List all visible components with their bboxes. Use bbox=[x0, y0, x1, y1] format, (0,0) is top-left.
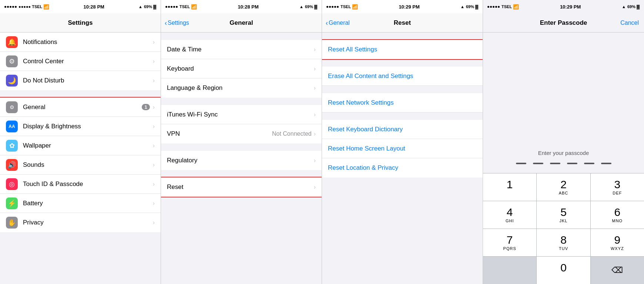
settings-item-privacy[interactable]: ✋ Privacy › bbox=[0, 213, 161, 232]
key-9[interactable]: 9 WXYZ bbox=[591, 229, 644, 256]
dnd-icon: 🌙 bbox=[6, 75, 18, 87]
general-group-2: iTunes Wi-Fi Sync › VPN Not Connected › bbox=[161, 105, 322, 143]
general-group-3: Regulatory › bbox=[161, 151, 322, 170]
reset-keyboard[interactable]: Reset Keyboard Dictionary bbox=[322, 120, 483, 139]
signal-1 bbox=[4, 6, 17, 8]
chevron-control-center: › bbox=[153, 58, 155, 65]
general-item-reset[interactable]: Reset › bbox=[161, 178, 322, 197]
reset-homescreen[interactable]: Reset Home Screen Layout bbox=[322, 139, 483, 158]
key-2-number: 2 bbox=[560, 179, 567, 190]
general-item-itunes[interactable]: iTunes Wi-Fi Sync › bbox=[161, 105, 322, 124]
reset-network[interactable]: Reset Network Settings bbox=[322, 93, 483, 112]
chevron-sounds: › bbox=[153, 162, 155, 168]
general-item-regulatory[interactable]: Regulatory › bbox=[161, 151, 322, 170]
erase-all-label: Erase All Content and Settings bbox=[328, 72, 477, 80]
display-icon: AA bbox=[6, 121, 18, 132]
key-5[interactable]: 5 JKL bbox=[537, 201, 590, 229]
reset-gap-2 bbox=[322, 86, 483, 93]
key-7[interactable]: 7 PQRS bbox=[483, 229, 537, 256]
reset-location[interactable]: Reset Location & Privacy bbox=[322, 158, 483, 178]
key-0[interactable]: 0 bbox=[537, 257, 590, 284]
time-4: 10:29 PM bbox=[560, 4, 581, 10]
datetime-label: Date & Time bbox=[167, 46, 314, 53]
settings-item-touchid[interactable]: ◎ Touch ID & Passcode › bbox=[0, 175, 161, 194]
settings-item-dnd[interactable]: 🌙 Do Not Disturb › bbox=[0, 71, 161, 90]
location-icon-2: ▲ bbox=[299, 4, 303, 9]
battery-pct-2: 69% ▓ bbox=[305, 4, 317, 9]
reset-label: Reset bbox=[167, 183, 314, 191]
key-7-number: 7 bbox=[507, 234, 513, 246]
settings-item-display[interactable]: AA Display & Brightness › bbox=[0, 117, 161, 136]
general-top-gap bbox=[161, 33, 322, 40]
status-right-2: ▲ 69% ▓ bbox=[299, 4, 317, 9]
key-delete[interactable]: ⌫ bbox=[591, 257, 644, 284]
settings-item-general[interactable]: ⚙ General 1 › bbox=[0, 98, 161, 117]
general-item-vpn[interactable]: VPN Not Connected › bbox=[161, 124, 322, 143]
key-3[interactable]: 3 DEF bbox=[591, 173, 644, 201]
settings-item-battery[interactable]: ⚡ Battery › bbox=[0, 194, 161, 213]
key-8[interactable]: 8 TUV bbox=[537, 229, 590, 256]
carrier-4: TSEL bbox=[502, 4, 512, 9]
notifications-icon: 🔔 bbox=[6, 36, 18, 48]
settings-item-control-center[interactable]: ⚙ Control Center › bbox=[0, 52, 161, 71]
back-chevron-general: ‹ bbox=[165, 20, 167, 26]
general-item-keyboard[interactable]: Keyboard › bbox=[161, 59, 322, 78]
reset-all-settings[interactable]: Reset All Settings bbox=[322, 40, 483, 59]
carrier-3: TSEL bbox=[341, 4, 351, 9]
key-4[interactable]: 4 GHI bbox=[483, 201, 537, 229]
settings-item-notifications[interactable]: 🔔 Notifications › bbox=[0, 33, 161, 52]
time-3: 10:29 PM bbox=[399, 4, 419, 10]
key-empty bbox=[483, 257, 537, 284]
key-3-number: 3 bbox=[614, 179, 620, 190]
itunes-label: iTunes Wi-Fi Sync bbox=[167, 111, 314, 118]
section-gap-1 bbox=[0, 90, 161, 98]
chevron-touchid: › bbox=[153, 181, 155, 187]
passcode-dot-3 bbox=[550, 163, 560, 164]
nav-bar-reset: ‹ General Reset bbox=[322, 13, 483, 33]
general-item-language[interactable]: Language & Region › bbox=[161, 78, 322, 98]
passcode-panel: TSEL 📶 10:29 PM ▲ 69% ▓ Enter Passcode C… bbox=[483, 0, 644, 284]
status-right-1: ▲ 69% ▓ bbox=[138, 4, 156, 9]
nav-bar-general: ‹ Settings General bbox=[161, 13, 322, 33]
settings-item-wallpaper[interactable]: ✿ Wallpaper › bbox=[0, 136, 161, 155]
key-0-letters bbox=[563, 274, 564, 278]
carrier-1: ●●●●● TSEL bbox=[19, 4, 42, 9]
passcode-prompt-area: Enter your passcode bbox=[483, 33, 644, 173]
dnd-label: Do Not Disturb bbox=[23, 77, 153, 84]
chevron-privacy: › bbox=[153, 219, 155, 226]
chevron-display: › bbox=[153, 123, 155, 130]
general-item-datetime[interactable]: Date & Time › bbox=[161, 40, 322, 59]
sounds-icon: 🔊 bbox=[6, 159, 18, 171]
back-to-settings[interactable]: ‹ Settings bbox=[165, 20, 189, 26]
status-bar-1: ●●●●● TSEL 📶 10:28 PM ▲ 69% ▓ bbox=[0, 0, 161, 13]
erase-all[interactable]: Erase All Content and Settings bbox=[322, 67, 483, 86]
passcode-dot-5 bbox=[584, 163, 594, 164]
back-to-general[interactable]: ‹ General bbox=[326, 20, 350, 26]
key-2[interactable]: 2 ABC bbox=[537, 173, 590, 201]
signal-2 bbox=[165, 6, 178, 8]
wifi-icon-2: 📶 bbox=[191, 4, 197, 10]
key-6[interactable]: 6 MNO bbox=[591, 201, 644, 229]
keyboard-label: Keyboard bbox=[167, 65, 314, 72]
key-1[interactable]: 1 bbox=[483, 173, 537, 201]
status-bar-2: TSEL 📶 10:28 PM ▲ 69% ▓ bbox=[161, 0, 322, 13]
general-icon: ⚙ bbox=[6, 101, 18, 113]
status-left-2: TSEL 📶 bbox=[165, 4, 197, 10]
battery-icon: ⚡ bbox=[6, 197, 18, 209]
regulatory-label: Regulatory bbox=[167, 157, 314, 164]
numpad-row-1: 1 2 ABC 3 DEF bbox=[483, 173, 644, 201]
sounds-label: Sounds bbox=[23, 161, 153, 169]
reset-keyboard-label: Reset Keyboard Dictionary bbox=[328, 126, 477, 133]
time-1: 10:28 PM bbox=[84, 4, 104, 10]
wifi-icon-3: 📶 bbox=[352, 4, 358, 10]
status-bar-4: TSEL 📶 10:29 PM ▲ 69% ▓ bbox=[483, 0, 644, 13]
general-gap-3 bbox=[161, 170, 322, 178]
chevron-keyboard: › bbox=[314, 65, 316, 72]
settings-item-sounds[interactable]: 🔊 Sounds › bbox=[0, 155, 161, 175]
reset-gap-3 bbox=[322, 112, 483, 120]
general-panel: TSEL 📶 10:28 PM ▲ 69% ▓ ‹ Settings Gener… bbox=[161, 0, 322, 284]
passcode-dot-4 bbox=[567, 163, 577, 164]
control-center-icon: ⚙ bbox=[6, 55, 18, 67]
key-2-letters: ABC bbox=[559, 191, 568, 195]
passcode-cancel-button[interactable]: Cancel bbox=[620, 20, 639, 26]
